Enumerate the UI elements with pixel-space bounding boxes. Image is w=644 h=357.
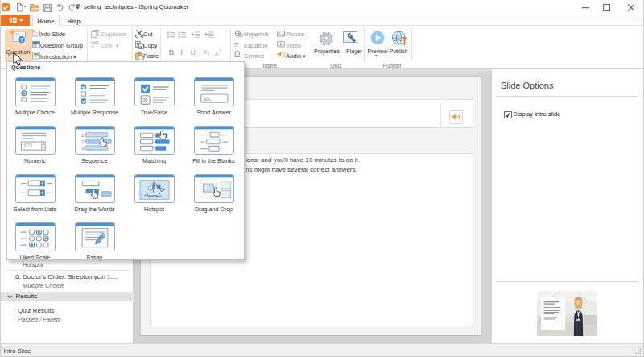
svg-text:3: 3 (81, 145, 85, 150)
svg-text:1: 1 (81, 132, 85, 137)
svg-text:2: 2 (81, 139, 84, 143)
svg-text:abc: abc (203, 95, 212, 101)
svg-text:?: ? (20, 37, 23, 43)
svg-text:π: π (234, 39, 239, 48)
svg-text:123: 123 (23, 143, 32, 148)
svg-text:Ω: Ω (234, 50, 241, 59)
